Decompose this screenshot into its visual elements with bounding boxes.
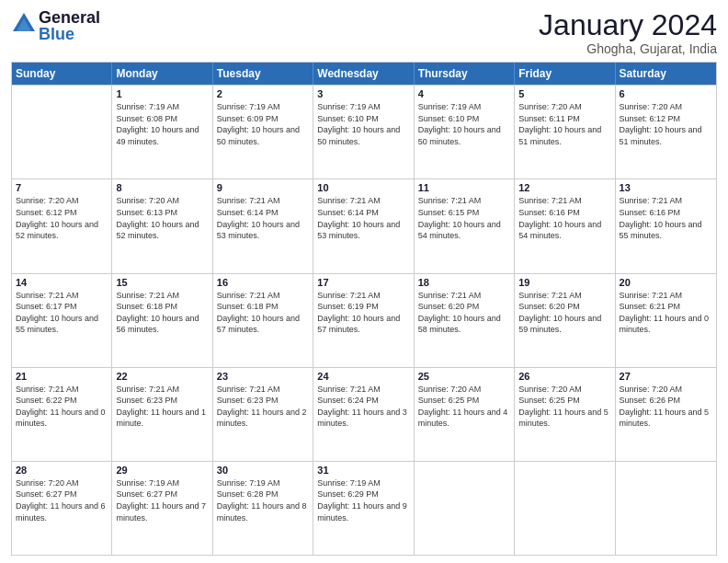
day-number: 13 [620,182,712,193]
title-block: January 2024 Ghogha, Gujarat, India [539,9,717,56]
day-info: Sunrise: 7:21 AMSunset: 6:22 PMDaylight:… [16,384,108,430]
calendar-header-row: SundayMondayTuesdayWednesdayThursdayFrid… [12,63,716,85]
calendar-week-row: 21Sunrise: 7:21 AMSunset: 6:22 PMDayligh… [12,367,716,461]
day-info: Sunrise: 7:20 AMSunset: 6:11 PMDaylight:… [518,101,610,147]
day-number: 3 [317,88,409,99]
calendar-cell: 20Sunrise: 7:21 AMSunset: 6:21 PMDayligh… [616,274,716,367]
calendar-cell [515,462,615,555]
day-info: Sunrise: 7:20 AMSunset: 6:25 PMDaylight:… [418,384,510,430]
day-info: Sunrise: 7:21 AMSunset: 6:20 PMDaylight:… [518,290,610,336]
day-number: 16 [217,277,309,288]
calendar-cell [12,86,112,178]
day-info: Sunrise: 7:21 AMSunset: 6:23 PMDaylight:… [116,384,208,430]
calendar-header-cell: Wednesday [313,63,414,85]
day-number: 8 [116,182,208,193]
day-info: Sunrise: 7:20 AMSunset: 6:26 PMDaylight:… [620,384,712,430]
day-number: 14 [16,277,108,288]
calendar-cell: 31Sunrise: 7:19 AMSunset: 6:29 PMDayligh… [313,462,414,555]
day-info: Sunrise: 7:20 AMSunset: 6:27 PMDaylight:… [16,477,108,523]
calendar-header-cell: Tuesday [213,63,313,85]
day-info: Sunrise: 7:19 AMSunset: 6:28 PMDaylight:… [217,477,309,523]
calendar-cell: 21Sunrise: 7:21 AMSunset: 6:22 PMDayligh… [12,368,112,461]
day-number: 6 [620,88,712,99]
day-number: 5 [518,88,610,99]
calendar-cell: 25Sunrise: 7:20 AMSunset: 6:25 PMDayligh… [415,368,515,461]
calendar-cell: 29Sunrise: 7:19 AMSunset: 6:27 PMDayligh… [112,462,212,555]
day-info: Sunrise: 7:20 AMSunset: 6:13 PMDaylight:… [116,195,208,241]
calendar-header-cell: Monday [112,63,212,85]
day-number: 2 [217,88,309,99]
day-number: 24 [317,371,409,382]
day-number: 12 [518,182,610,193]
calendar-cell: 4Sunrise: 7:19 AMSunset: 6:10 PMDaylight… [415,86,515,178]
calendar-cell: 2Sunrise: 7:19 AMSunset: 6:09 PMDaylight… [213,86,313,178]
day-number: 25 [418,371,510,382]
calendar-cell: 19Sunrise: 7:21 AMSunset: 6:20 PMDayligh… [515,274,615,367]
calendar-cell: 15Sunrise: 7:21 AMSunset: 6:18 PMDayligh… [112,274,212,367]
calendar-body: 1Sunrise: 7:19 AMSunset: 6:08 PMDaylight… [12,85,716,555]
day-info: Sunrise: 7:21 AMSunset: 6:24 PMDaylight:… [317,384,409,430]
calendar-header-cell: Thursday [415,63,515,85]
day-info: Sunrise: 7:21 AMSunset: 6:14 PMDaylight:… [317,195,409,241]
calendar-cell: 10Sunrise: 7:21 AMSunset: 6:14 PMDayligh… [313,179,414,272]
day-info: Sunrise: 7:21 AMSunset: 6:17 PMDaylight:… [16,290,108,336]
day-info: Sunrise: 7:21 AMSunset: 6:21 PMDaylight:… [620,290,712,336]
day-number: 9 [217,182,309,193]
day-info: Sunrise: 7:21 AMSunset: 6:19 PMDaylight:… [317,290,409,336]
day-info: Sunrise: 7:19 AMSunset: 6:08 PMDaylight:… [116,101,208,147]
calendar-cell: 3Sunrise: 7:19 AMSunset: 6:10 PMDaylight… [313,86,414,178]
header: General Blue January 2024 Ghogha, Gujara… [11,9,717,56]
day-number: 21 [16,371,108,382]
calendar-cell: 5Sunrise: 7:20 AMSunset: 6:11 PMDaylight… [515,86,615,178]
day-info: Sunrise: 7:19 AMSunset: 6:10 PMDaylight:… [418,101,510,147]
calendar-cell [415,462,515,555]
day-number: 26 [518,371,610,382]
day-info: Sunrise: 7:21 AMSunset: 6:14 PMDaylight:… [217,195,309,241]
logo-blue: Blue [39,26,100,42]
day-number: 28 [16,465,108,476]
calendar-cell: 1Sunrise: 7:19 AMSunset: 6:08 PMDaylight… [112,86,212,178]
day-info: Sunrise: 7:19 AMSunset: 6:27 PMDaylight:… [116,477,208,523]
calendar-cell [616,462,716,555]
calendar-week-row: 7Sunrise: 7:20 AMSunset: 6:12 PMDaylight… [12,178,716,272]
calendar-week-row: 14Sunrise: 7:21 AMSunset: 6:17 PMDayligh… [12,273,716,367]
logo-general: General [39,9,100,26]
calendar-cell: 28Sunrise: 7:20 AMSunset: 6:27 PMDayligh… [12,462,112,555]
calendar-cell: 12Sunrise: 7:21 AMSunset: 6:16 PMDayligh… [515,179,615,272]
day-number: 20 [620,277,712,288]
day-number: 27 [620,371,712,382]
day-number: 29 [116,465,208,476]
day-info: Sunrise: 7:21 AMSunset: 6:15 PMDaylight:… [418,195,510,241]
day-number: 15 [116,277,208,288]
calendar-cell: 7Sunrise: 7:20 AMSunset: 6:12 PMDaylight… [12,179,112,272]
calendar-header-cell: Sunday [12,63,112,85]
calendar-cell: 26Sunrise: 7:20 AMSunset: 6:25 PMDayligh… [515,368,615,461]
day-info: Sunrise: 7:21 AMSunset: 6:18 PMDaylight:… [116,290,208,336]
day-info: Sunrise: 7:21 AMSunset: 6:23 PMDaylight:… [217,384,309,430]
calendar-cell: 16Sunrise: 7:21 AMSunset: 6:18 PMDayligh… [213,274,313,367]
calendar-cell: 17Sunrise: 7:21 AMSunset: 6:19 PMDayligh… [313,274,414,367]
calendar-cell: 22Sunrise: 7:21 AMSunset: 6:23 PMDayligh… [112,368,212,461]
day-info: Sunrise: 7:20 AMSunset: 6:12 PMDaylight:… [16,195,108,241]
calendar-cell: 23Sunrise: 7:21 AMSunset: 6:23 PMDayligh… [213,368,313,461]
calendar-cell: 13Sunrise: 7:21 AMSunset: 6:16 PMDayligh… [616,179,716,272]
calendar-subtitle: Ghogha, Gujarat, India [539,41,717,56]
calendar-cell: 9Sunrise: 7:21 AMSunset: 6:14 PMDaylight… [213,179,313,272]
day-info: Sunrise: 7:20 AMSunset: 6:25 PMDaylight:… [518,384,610,430]
logo-icon [11,11,37,37]
day-number: 10 [317,182,409,193]
day-number: 7 [16,182,108,193]
logo: General Blue [11,9,100,42]
day-info: Sunrise: 7:19 AMSunset: 6:10 PMDaylight:… [317,101,409,147]
calendar-cell: 6Sunrise: 7:20 AMSunset: 6:12 PMDaylight… [616,86,716,178]
calendar-cell: 14Sunrise: 7:21 AMSunset: 6:17 PMDayligh… [12,274,112,367]
day-number: 23 [217,371,309,382]
day-info: Sunrise: 7:19 AMSunset: 6:09 PMDaylight:… [217,101,309,147]
calendar-title: January 2024 [539,9,717,41]
day-info: Sunrise: 7:20 AMSunset: 6:12 PMDaylight:… [620,101,712,147]
day-info: Sunrise: 7:19 AMSunset: 6:29 PMDaylight:… [317,477,409,523]
day-number: 18 [418,277,510,288]
day-number: 31 [317,465,409,476]
logo-text: General Blue [39,9,100,42]
day-number: 22 [116,371,208,382]
